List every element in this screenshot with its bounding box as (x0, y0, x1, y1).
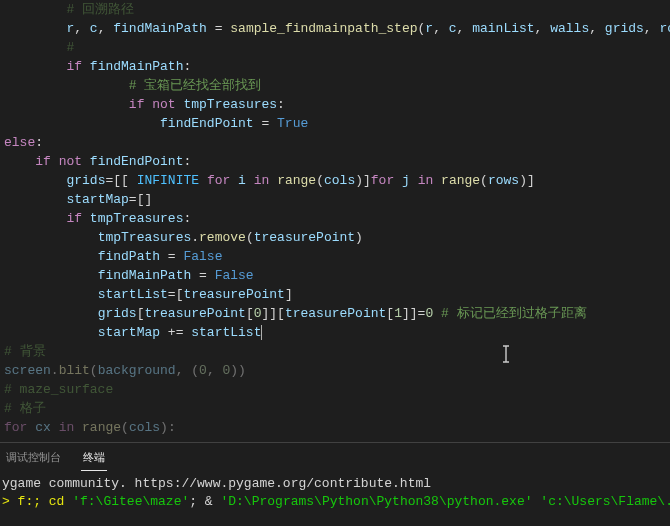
code-line: grids=[[ INFINITE for i in range(cols)]f… (4, 171, 670, 190)
code-line: # 宝箱已经找全部找到 (4, 76, 670, 95)
code-line: else: (4, 133, 670, 152)
code-line: # (4, 38, 670, 57)
code-line: screen.blit(background, (0, 0)) (4, 361, 670, 380)
terminal-line: > f:; cd 'f:\Gitee\maze'; & 'D:\Programs… (2, 493, 664, 511)
bottom-panel: 调试控制台 终端 ygame community. https://www.py… (0, 442, 670, 526)
code-line: tmpTreasures.remove(treasurePoint) (4, 228, 670, 247)
code-editor[interactable]: # 回溯路径 r, c, findMainPath = sample_findm… (0, 0, 670, 442)
tab-terminal[interactable]: 终端 (81, 444, 107, 471)
code-line: # 回溯路径 (4, 0, 670, 19)
code-line: startMap=[] (4, 190, 670, 209)
code-line: startList=[treasurePoint] (4, 285, 670, 304)
terminal-line: ygame community. https://www.pygame.org/… (2, 475, 664, 493)
code-line: for cx in range(cols): (4, 418, 670, 437)
code-line: startMap += startList (4, 323, 670, 342)
code-line: grids[treasurePoint[0]][treasurePoint[1]… (4, 304, 670, 323)
code-line: if not tmpTreasures: (4, 95, 670, 114)
code-line: findMainPath = False (4, 266, 670, 285)
code-line: # 背景 (4, 342, 670, 361)
code-line: findEndPoint = True (4, 114, 670, 133)
code-line: if not findEndPoint: (4, 152, 670, 171)
panel-tabs: 调试控制台 终端 (0, 443, 670, 471)
code-line: if findMainPath: (4, 57, 670, 76)
code-line: # maze_surface (4, 380, 670, 399)
code-line: findPath = False (4, 247, 670, 266)
code-line: # 格子 (4, 399, 670, 418)
code-line: r, c, findMainPath = sample_findmainpath… (4, 19, 670, 38)
code-line: if tmpTreasures: (4, 209, 670, 228)
terminal-output[interactable]: ygame community. https://www.pygame.org/… (0, 471, 670, 511)
tab-debug-console[interactable]: 调试控制台 (4, 444, 63, 470)
